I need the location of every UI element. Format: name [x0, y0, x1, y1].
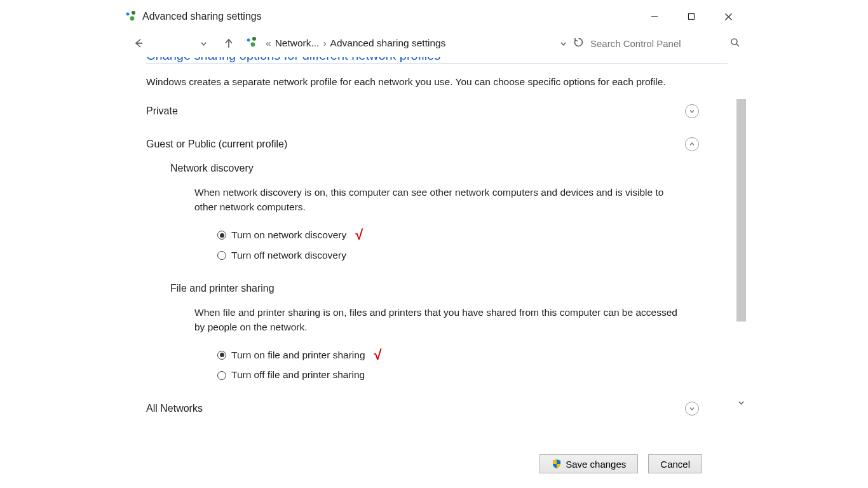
chevron-left-icon: «	[266, 37, 271, 49]
titlebar: Advanced sharing settings	[121, 4, 747, 29]
svg-point-9	[247, 38, 250, 41]
profile-guest-header[interactable]: Guest or Public (current profile)	[146, 137, 699, 151]
button-label: Save changes	[566, 459, 626, 470]
profile-all-header[interactable]: All Networks	[146, 402, 699, 416]
chevron-up-icon	[688, 140, 696, 148]
button-label: Cancel	[660, 459, 690, 470]
chevron-down-icon	[688, 107, 696, 115]
window-controls	[636, 4, 747, 29]
maximize-button[interactable]	[673, 4, 710, 29]
vertical-scrollbar[interactable]	[736, 99, 747, 408]
cancel-button[interactable]: Cancel	[648, 454, 702, 473]
svg-point-10	[252, 37, 256, 41]
profile-private-label: Private	[146, 105, 685, 117]
svg-point-2	[130, 17, 135, 21]
uac-shield-icon	[552, 459, 562, 469]
control-panel-window: Advanced sharing settings	[121, 4, 747, 482]
up-button[interactable]	[220, 37, 238, 49]
file-sharing-heading: File and printer sharing	[170, 283, 728, 294]
radio-label: Turn on network discovery	[231, 227, 346, 243]
chevron-right-icon: ›	[323, 37, 326, 49]
recent-dropdown[interactable]	[194, 40, 212, 47]
file-sharing-description: When file and printer sharing is on, fil…	[194, 306, 684, 334]
page-heading: Change sharing options for different net…	[146, 57, 728, 64]
close-button[interactable]	[710, 4, 747, 29]
svg-point-12	[731, 39, 737, 44]
collapse-guest-button[interactable]	[685, 137, 699, 151]
breadcrumb-current[interactable]: Advanced sharing settings	[330, 37, 446, 49]
radio-file-sharing-off[interactable]: Turn off file and printer sharing	[217, 367, 728, 383]
footer: Save changes Cancel	[121, 446, 747, 482]
svg-point-11	[251, 42, 255, 46]
radio-icon	[217, 251, 226, 260]
radio-file-sharing-on[interactable]: Turn on file and printer sharing √	[217, 343, 728, 367]
profile-all-label: All Networks	[146, 403, 685, 414]
minimize-button[interactable]	[636, 4, 673, 29]
expand-all-button[interactable]	[685, 402, 699, 416]
back-button[interactable]	[130, 37, 147, 49]
svg-point-1	[132, 11, 135, 15]
radio-icon	[217, 351, 226, 360]
network-discovery-description: When network discovery is on, this compu…	[194, 186, 684, 214]
network-discovery-heading: Network discovery	[170, 163, 728, 174]
svg-line-13	[736, 44, 739, 46]
navbar: « Network... › Advanced sharing settings	[121, 29, 747, 57]
page-description: Windows creates a separate network profi…	[146, 75, 680, 89]
network-sharing-icon	[245, 36, 258, 51]
radio-label: Turn off file and printer sharing	[231, 367, 365, 383]
radio-icon	[217, 231, 226, 240]
refresh-button[interactable]	[573, 37, 584, 50]
checkmark-icon: √	[374, 343, 382, 367]
profile-guest-label: Guest or Public (current profile)	[146, 139, 685, 150]
radio-network-discovery-on[interactable]: Turn on network discovery √	[217, 223, 728, 247]
content-area: Change sharing options for different net…	[121, 57, 747, 446]
svg-point-0	[126, 13, 130, 16]
breadcrumb-network[interactable]: Network...	[275, 37, 320, 49]
search-input[interactable]	[590, 38, 717, 49]
scrollbar-thumb[interactable]	[736, 99, 746, 322]
save-changes-button[interactable]: Save changes	[539, 454, 638, 473]
radio-label: Turn on file and printer sharing	[231, 347, 365, 363]
radio-icon	[217, 371, 226, 380]
profile-private-header[interactable]: Private	[146, 104, 699, 118]
breadcrumb[interactable]: « Network... › Advanced sharing settings	[266, 37, 445, 49]
window-title: Advanced sharing settings	[142, 11, 262, 22]
checkmark-icon: √	[355, 223, 363, 247]
network-discovery-options: Turn on network discovery √ Turn off net…	[217, 223, 728, 264]
chevron-down-icon	[688, 405, 696, 412]
radio-network-discovery-off[interactable]: Turn off network discovery	[217, 247, 728, 264]
file-sharing-options: Turn on file and printer sharing √ Turn …	[217, 343, 728, 384]
network-sharing-icon	[125, 10, 137, 23]
radio-label: Turn off network discovery	[231, 247, 346, 264]
search-icon[interactable]	[730, 37, 740, 50]
svg-rect-4	[689, 14, 695, 20]
expand-private-button[interactable]	[685, 104, 699, 118]
address-dropdown[interactable]	[560, 38, 567, 49]
scroll-down-button[interactable]	[736, 397, 747, 408]
